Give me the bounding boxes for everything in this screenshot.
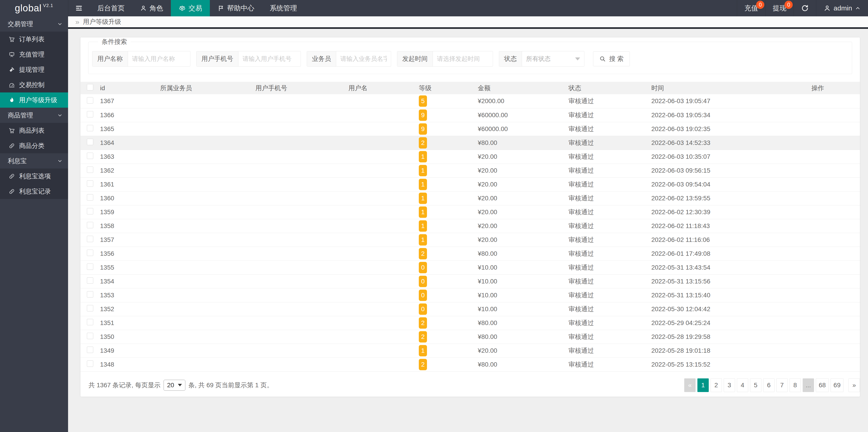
pager-page-6[interactable]: 6: [763, 378, 775, 392]
table-row: 13601¥20.00审核通过2022-06-02 13:59:55: [81, 191, 860, 205]
level-badge: 2: [419, 317, 427, 329]
phone-input[interactable]: [239, 51, 301, 66]
row-checkbox[interactable]: [87, 291, 93, 297]
chevron-down-icon: [57, 21, 63, 27]
sidebar-item-4[interactable]: 交易控制: [0, 77, 68, 92]
sidebar-item-5[interactable]: 用户等级升级: [0, 92, 68, 108]
sidebar-collapse-button[interactable]: [68, 0, 90, 16]
cell-time: 2022-06-03 14:52:33: [648, 136, 776, 150]
row-checkbox[interactable]: [87, 153, 93, 159]
row-checkbox[interactable]: [87, 361, 93, 367]
row-checkbox[interactable]: [87, 208, 93, 214]
sidebar-item-11[interactable]: 利息宝记录: [0, 184, 68, 199]
cell-phone: [252, 205, 345, 219]
row-checkbox[interactable]: [87, 277, 93, 284]
nav-item-3[interactable]: 帮助中心: [210, 0, 262, 16]
pager-page-69[interactable]: 69: [831, 378, 843, 392]
sidebar-item-6[interactable]: 商品管理: [0, 108, 68, 123]
level-badge: 2: [419, 137, 427, 148]
pager-prev-button[interactable]: «: [684, 378, 695, 392]
pager-page-3[interactable]: 3: [724, 378, 735, 392]
recharge-button[interactable]: 充值 0: [737, 0, 765, 16]
cell-status: 审核通过: [565, 233, 648, 247]
cell-level: 0: [415, 261, 474, 275]
pager-page-7[interactable]: 7: [776, 378, 788, 392]
scales-icon: [179, 4, 186, 12]
level-badge: 2: [419, 359, 427, 370]
row-checkbox[interactable]: [87, 125, 93, 131]
sidebar-item-9[interactable]: 利息宝: [0, 153, 68, 169]
cell-salesman: [157, 275, 252, 288]
sidebar-item-1[interactable]: 订单列表: [0, 32, 68, 47]
pager-page-8[interactable]: 8: [789, 378, 801, 392]
row-checkbox[interactable]: [87, 347, 93, 353]
nav-item-4[interactable]: 系统管理: [262, 0, 305, 16]
cell-level: 2: [415, 247, 474, 261]
row-checkbox[interactable]: [87, 250, 93, 256]
cell-salesman: [157, 177, 252, 191]
cell-level: 1: [415, 205, 474, 219]
pager-page-5[interactable]: 5: [750, 378, 762, 392]
status-select-value: 所有状态: [526, 55, 551, 63]
cell-time: 2022-06-03 09:56:15: [648, 164, 776, 177]
row-checkbox[interactable]: [87, 236, 93, 242]
row-checkbox[interactable]: [87, 111, 93, 117]
row-checkbox[interactable]: [87, 194, 93, 201]
row-checkbox[interactable]: [87, 180, 93, 187]
level-badge: 9: [419, 123, 427, 135]
user-menu[interactable]: admin: [816, 0, 868, 16]
level-badge: 1: [419, 179, 427, 190]
cell-phone: [252, 164, 345, 177]
sidebar-item-3[interactable]: 提现管理: [0, 62, 68, 77]
refresh-button[interactable]: [794, 0, 816, 16]
cell-action: [776, 302, 860, 316]
nav-item-0[interactable]: 后台首页: [90, 0, 132, 16]
start-time-input[interactable]: [433, 51, 493, 66]
sidebar-item-0[interactable]: 交易管理: [0, 16, 68, 32]
pager-page-2[interactable]: 2: [711, 378, 722, 392]
col-status: 状态: [565, 82, 648, 94]
row-checkbox[interactable]: [87, 222, 93, 228]
nav-item-2[interactable]: 交易: [171, 0, 210, 16]
row-checkbox[interactable]: [87, 97, 93, 104]
pager-page-4[interactable]: 4: [737, 378, 748, 392]
sidebar-item-10[interactable]: 利息宝选项: [0, 169, 68, 184]
withdraw-button[interactable]: 提现 0: [765, 0, 794, 16]
status-select[interactable]: 所有状态: [522, 51, 584, 66]
sidebar-item-8[interactable]: 商品分类: [0, 138, 68, 153]
pager-page-1[interactable]: 1: [698, 378, 709, 392]
pager-page-68[interactable]: 68: [816, 378, 829, 392]
row-checkbox[interactable]: [87, 263, 93, 270]
row-checkbox[interactable]: [87, 139, 93, 145]
page: { "brand": {"name": "global", "version":…: [0, 0, 868, 432]
content-card: 条件搜索 用户名称 用户手机号 业务员 发起时间: [81, 37, 860, 397]
table-row: 13540¥10.00审核通过2022-05-31 13:15:56: [81, 275, 860, 288]
cell-username: [345, 164, 415, 177]
level-badge: 0: [419, 276, 427, 287]
withdraw-badge: 0: [784, 1, 793, 9]
cart-icon: [9, 127, 15, 134]
cell-status: 审核通过: [565, 219, 648, 233]
select-all-checkbox[interactable]: [87, 84, 93, 90]
salesman-input[interactable]: [336, 51, 391, 66]
table-footer: 共 1367 条记录, 每页显示 20 条, 共 69 页当前显示第 1 页。 …: [81, 378, 860, 392]
sidebar-item-label: 利息宝记录: [19, 187, 51, 196]
cell-salesman: [157, 288, 252, 302]
row-checkbox[interactable]: [87, 167, 93, 173]
row-checkbox[interactable]: [87, 319, 93, 325]
cell-level: 0: [415, 302, 474, 316]
pager-ellipsis[interactable]: ...: [803, 378, 814, 392]
search-button[interactable]: 搜 索: [593, 51, 630, 66]
pager-next-button[interactable]: »: [848, 378, 860, 392]
cell-time: 2022-05-31 13:15:40: [648, 288, 776, 302]
per-page-select[interactable]: 20: [163, 380, 185, 391]
row-checkbox[interactable]: [87, 305, 93, 311]
sidebar-item-2[interactable]: 充值管理: [0, 47, 68, 62]
table-header: id 所属业务员 用户手机号 用户名 等级 金额 状态 时间 操作: [81, 82, 860, 94]
nav-item-1[interactable]: 角色: [132, 0, 171, 16]
nav-item-label: 角色: [150, 4, 163, 13]
username-input[interactable]: [128, 51, 190, 66]
sidebar-item-7[interactable]: 商品列表: [0, 123, 68, 138]
cell-id: 1367: [96, 94, 157, 108]
row-checkbox[interactable]: [87, 333, 93, 339]
